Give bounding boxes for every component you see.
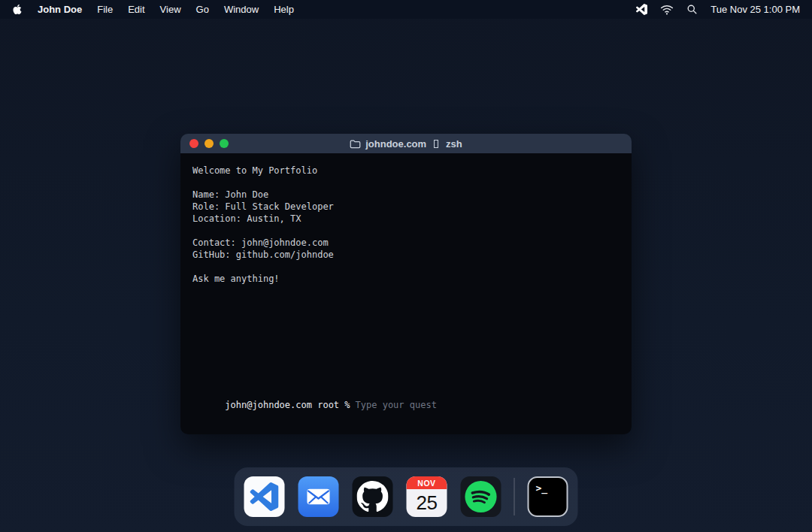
- menu-view[interactable]: View: [160, 4, 181, 15]
- wifi-icon[interactable]: [660, 5, 674, 15]
- menu-go[interactable]: Go: [196, 4, 209, 15]
- dock-item-github[interactable]: [353, 476, 393, 517]
- terminal-line: Location: Austin, TX: [192, 213, 620, 225]
- menu-edit[interactable]: Edit: [128, 4, 144, 15]
- github-icon: [357, 481, 389, 512]
- window-title-host: johndoe.com: [365, 138, 426, 150]
- zoom-button[interactable]: [220, 139, 229, 148]
- window-titlebar[interactable]: johndoe.com zsh: [180, 134, 632, 153]
- window-title: johndoe.com zsh: [180, 138, 632, 150]
- terminal-line: [192, 261, 620, 273]
- terminal-line: Contact: john@johndoe.com: [192, 237, 620, 249]
- dock: NOV 25 >_: [235, 467, 578, 526]
- close-button[interactable]: [189, 139, 198, 148]
- window-title-shell: zsh: [446, 138, 462, 150]
- menu-file[interactable]: File: [97, 4, 113, 15]
- dock-item-vscode[interactable]: [244, 476, 285, 517]
- active-app-name[interactable]: John Doe: [38, 4, 82, 15]
- mail-icon: [304, 482, 333, 511]
- folder-icon: [350, 139, 361, 149]
- menu-bar: John Doe File Edit View Go Window Help T…: [0, 0, 812, 19]
- dock-item-mail[interactable]: [298, 476, 339, 517]
- menu-window[interactable]: Window: [224, 4, 259, 15]
- terminal-line: [192, 177, 620, 189]
- apple-logo-icon[interactable]: [12, 4, 23, 15]
- spotify-icon: [464, 479, 498, 514]
- dock-separator: [514, 478, 515, 515]
- calendar-day: 25: [407, 489, 447, 517]
- terminal-line: Ask me anything!: [192, 273, 620, 285]
- menubar-clock[interactable]: Tue Nov 25 1:00 PM: [710, 4, 800, 15]
- input-placeholder: Type your quest: [356, 400, 437, 410]
- vscode-icon[interactable]: [636, 4, 647, 15]
- missing-glyph-separator: [434, 140, 438, 148]
- dock-item-calendar[interactable]: NOV 25: [407, 476, 447, 517]
- minimize-button[interactable]: [205, 139, 214, 148]
- terminal-line: [192, 225, 620, 237]
- terminal-icon: >_: [536, 482, 548, 494]
- terminal-line: Role: Full Stack Developer: [192, 201, 620, 213]
- menu-help[interactable]: Help: [274, 4, 294, 15]
- terminal-line: GitHub: github.com/johndoe: [192, 249, 620, 261]
- search-icon[interactable]: [686, 4, 698, 15]
- vscode-icon: [250, 482, 279, 511]
- shell-prompt: john@johndoe.com root %: [225, 400, 350, 410]
- terminal-line: Welcome to My Portfolio: [192, 165, 620, 177]
- terminal-output: Welcome to My Portfolio Name: John Doe R…: [180, 153, 632, 434]
- terminal-prompt-input[interactable]: john@johndoe.com root %Type your quest: [192, 387, 620, 423]
- dock-item-spotify[interactable]: [461, 476, 501, 517]
- calendar-month: NOV: [407, 476, 447, 489]
- terminal-line: Name: John Doe: [192, 189, 620, 201]
- dock-item-terminal[interactable]: >_: [528, 476, 568, 517]
- terminal-window: johndoe.com zsh Welcome to My Portfolio …: [180, 134, 632, 434]
